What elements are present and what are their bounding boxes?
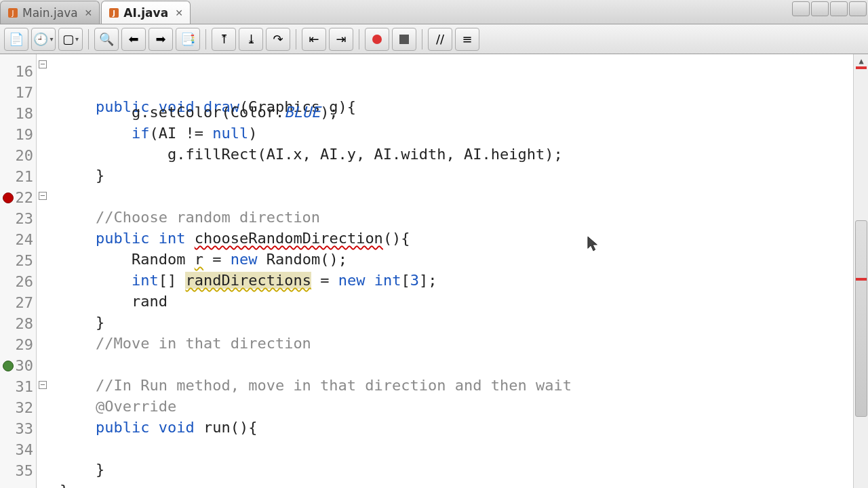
close-icon[interactable]: ✕ (85, 7, 93, 18)
editor-tabbar: JMain.java✕JAI.java✕ (0, 0, 868, 24)
minimize-button[interactable] (792, 1, 810, 16)
error-overview-mark[interactable] (856, 66, 867, 69)
nav-fwd-button[interactable]: ➡ (149, 28, 173, 51)
java-file-icon: J (7, 7, 18, 18)
history-dd-button[interactable]: 🕘 (31, 28, 56, 51)
line-number: 22 (0, 187, 36, 208)
nav-bookmark-button[interactable]: 📑 (176, 28, 200, 51)
shift-left-button[interactable]: ⇤ (302, 28, 326, 51)
toolbar-separator (88, 29, 89, 49)
line-number: 33 (0, 418, 36, 439)
nav-back-button[interactable]: ⬅ (121, 28, 146, 51)
comment-button[interactable]: // (428, 28, 452, 51)
line-number: 31 (0, 376, 36, 397)
code-line[interactable]: //Move in that direction (60, 333, 868, 354)
source-button[interactable]: 📄 (4, 28, 28, 51)
maximize-button[interactable] (811, 1, 829, 16)
line-number: 16 (0, 61, 36, 82)
code-line[interactable] (60, 438, 868, 459)
restore-button[interactable] (830, 1, 848, 16)
file-tab[interactable]: JAI.java✕ (101, 1, 191, 24)
last-edit-dd-button[interactable]: ▢ (58, 28, 83, 51)
scroll-thumb[interactable] (855, 220, 867, 417)
toolbar-separator (296, 29, 296, 49)
line-number (0, 56, 36, 61)
step-down-button[interactable]: ⤓ (239, 28, 263, 51)
code-line[interactable]: if(AI != null) (60, 123, 868, 144)
step-up-button[interactable]: ⤒ (212, 28, 236, 51)
svg-text:J: J (12, 9, 14, 17)
file-tab[interactable]: JMain.java✕ (0, 1, 100, 24)
code-line[interactable]: public void run(){ (60, 417, 868, 438)
toolbar-separator (422, 29, 422, 49)
line-number: 34 (0, 439, 36, 460)
code-line[interactable]: g.fillRect(AI.x, AI.y, AI.width, AI.heig… (60, 144, 868, 165)
line-number: 18 (0, 103, 36, 124)
line-number: 25 (0, 250, 36, 271)
scroll-up-arrow[interactable]: ▲ (854, 54, 868, 68)
line-number: 24 (0, 229, 36, 250)
line-number: 28 (0, 313, 36, 334)
java-file-icon: J (108, 7, 119, 18)
find-button[interactable]: 🔍 (94, 28, 119, 51)
record-button[interactable] (365, 28, 389, 51)
fold-toggle[interactable]: − (39, 381, 47, 389)
code-line[interactable]: rand (60, 291, 868, 312)
error-overview-mark[interactable] (856, 278, 867, 281)
code-area[interactable]: public void draw(Graphics g){ g.setColor… (37, 54, 868, 488)
code-line[interactable]: //Choose random direction (60, 207, 868, 228)
toolbar-separator (205, 29, 206, 49)
code-line[interactable]: //In Run method, move in that direction … (60, 375, 868, 396)
line-number: 17 (0, 82, 36, 103)
uncomment-button[interactable]: ≡ (455, 28, 479, 51)
step-over-button[interactable]: ↷ (266, 28, 290, 51)
code-line[interactable]: } (60, 459, 868, 480)
tab-label: AI.java (123, 6, 168, 20)
code-line[interactable]: g.setColor(Color.BLUE); (60, 102, 868, 123)
fold-toggle[interactable]: − (39, 192, 47, 200)
line-number: 32 (0, 397, 36, 418)
line-number: 30 (0, 355, 36, 376)
code-line[interactable]: } (60, 165, 868, 186)
stop-button[interactable] (392, 28, 416, 51)
code-line[interactable]: public void draw(Graphics g){ (60, 96, 868, 102)
line-number: 27 (0, 292, 36, 313)
editor-window-buttons (792, 1, 867, 16)
fold-toggle[interactable]: − (39, 60, 47, 68)
svg-text:J: J (112, 9, 115, 17)
tab-label: Main.java (22, 6, 78, 20)
override-gutter-icon[interactable] (3, 361, 14, 371)
error-gutter-icon[interactable] (3, 192, 14, 203)
line-number: 19 (0, 124, 36, 145)
line-number: 29 (0, 334, 36, 355)
close-icon[interactable]: ✕ (175, 7, 183, 18)
code-line[interactable]: int[] randDirections = new int[3]; (60, 270, 868, 291)
code-line[interactable] (60, 354, 868, 375)
code-line[interactable]: @Override (60, 396, 868, 417)
code-line[interactable]: public int chooseRandomDirection(){ (60, 228, 868, 249)
line-number: 20 (0, 145, 36, 166)
line-number: 23 (0, 208, 36, 229)
code-line[interactable]: Random r = new Random(); (60, 249, 868, 270)
vertical-scrollbar[interactable]: ▲ (853, 54, 868, 488)
line-number-gutter: 1617181920212223242526272829303132333435 (0, 54, 37, 488)
code-line[interactable]: } (60, 312, 868, 333)
close-window-button[interactable] (849, 1, 867, 16)
toolbar-separator (359, 29, 359, 49)
line-number: 35 (0, 460, 36, 481)
line-number: 21 (0, 166, 36, 187)
code-line[interactable]: } (60, 480, 868, 488)
line-number: 26 (0, 271, 36, 292)
code-line[interactable] (60, 186, 868, 207)
shift-right-button[interactable]: ⇥ (329, 28, 353, 51)
editor-toolbar: 📄🕘▢🔍⬅➡📑⤒⤓↷⇤⇥//≡ (0, 24, 868, 54)
code-editor[interactable]: 1617181920212223242526272829303132333435… (0, 54, 868, 488)
